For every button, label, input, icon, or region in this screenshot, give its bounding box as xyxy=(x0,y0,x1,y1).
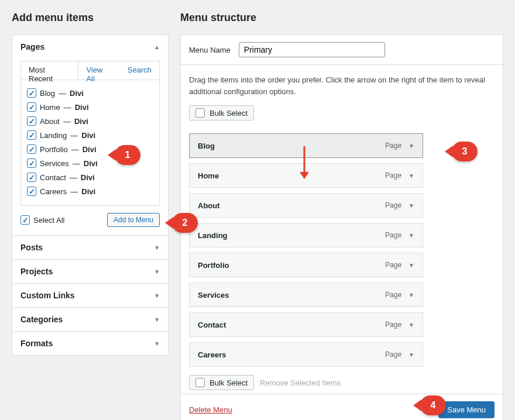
chevron-down-icon[interactable]: ▼ xyxy=(408,352,414,358)
chevron-down-icon: ▼ xyxy=(154,245,160,251)
projects-accordion-header[interactable]: Projects ▼ xyxy=(12,259,168,283)
menu-item[interactable]: PortfolioPage▼ xyxy=(189,253,423,277)
menu-hint-text: Drag the items into the order you prefer… xyxy=(189,74,495,97)
add-to-menu-button[interactable]: Add to Menu xyxy=(107,213,160,227)
page-sep: — xyxy=(59,89,66,98)
categories-accordion-header[interactable]: Categories ▼ xyxy=(12,307,168,331)
menu-name-label: Menu Name xyxy=(189,46,231,54)
menu-item-title: Services xyxy=(198,291,229,299)
menu-structure-box: Menu Name Drag the items into the order … xyxy=(180,35,503,420)
page-sep: — xyxy=(70,173,77,182)
page-sep: — xyxy=(63,117,71,126)
bulk-select-bottom[interactable]: Bulk Select xyxy=(189,375,254,390)
chevron-down-icon[interactable]: ▼ xyxy=(408,143,414,149)
menu-item-title: Blog xyxy=(198,142,215,150)
page-item: Blog — Divi xyxy=(27,86,153,100)
page-theme: Divi xyxy=(75,103,89,112)
page-name: Portfolio xyxy=(40,145,68,154)
tab-search[interactable]: Search xyxy=(120,61,159,80)
chevron-down-icon: ▼ xyxy=(154,316,160,323)
pages-accordion-header[interactable]: Pages ▲ xyxy=(12,35,168,58)
menu-item-title: Portfolio xyxy=(198,261,229,270)
select-all-checkbox[interactable] xyxy=(20,215,30,225)
page-sep: — xyxy=(64,103,71,112)
chevron-down-icon[interactable]: ▼ xyxy=(408,292,414,298)
page-name: Landing xyxy=(40,131,67,140)
page-item: Home — Divi xyxy=(27,100,153,114)
menu-item[interactable]: ServicesPage▼ xyxy=(189,283,423,307)
menu-item[interactable]: LandingPage▼ xyxy=(189,223,423,247)
formats-accordion-header[interactable]: Formats ▼ xyxy=(12,331,168,355)
page-item: Landing — Divi xyxy=(27,128,153,142)
page-checkbox[interactable] xyxy=(27,187,36,196)
page-theme: Divi xyxy=(81,187,95,196)
page-checkbox[interactable] xyxy=(27,173,36,182)
page-sep: — xyxy=(73,159,80,168)
formats-label: Formats xyxy=(20,339,53,348)
bulk-select-top[interactable]: Bulk Select xyxy=(189,105,254,121)
menu-item-type: Page xyxy=(385,291,401,299)
page-name: Careers xyxy=(40,187,67,196)
menu-item-type: Page xyxy=(385,321,401,329)
page-item: Contact — Divi xyxy=(27,170,153,184)
chevron-down-icon[interactable]: ▼ xyxy=(408,322,414,328)
page-checkbox[interactable] xyxy=(27,102,36,112)
page-theme: Divi xyxy=(84,159,98,168)
tab-most-recent[interactable]: Most Recent xyxy=(21,61,78,80)
callout-1: 1 xyxy=(115,145,140,165)
page-name: About xyxy=(40,117,60,126)
page-checkbox[interactable] xyxy=(27,159,36,168)
page-checkbox[interactable] xyxy=(27,88,36,98)
custom-links-accordion-header[interactable]: Custom Links ▼ xyxy=(12,283,168,307)
menu-item-type: Page xyxy=(385,142,401,150)
menu-item[interactable]: HomePage▼ xyxy=(189,163,423,188)
page-theme: Divi xyxy=(83,145,97,154)
pages-tabs: Most Recent View All Search xyxy=(20,61,160,80)
page-item: About — Divi xyxy=(27,114,153,128)
chevron-down-icon[interactable]: ▼ xyxy=(408,202,414,209)
chevron-down-icon[interactable]: ▼ xyxy=(408,173,414,179)
menu-item-type: Page xyxy=(385,201,401,209)
projects-label: Projects xyxy=(20,267,53,276)
menu-item-title: Landing xyxy=(198,231,228,240)
save-menu-button[interactable]: Save Menu xyxy=(438,401,495,418)
menu-item-type: Page xyxy=(385,350,401,359)
menu-item-title: Contact xyxy=(198,321,226,329)
menu-item-title: Home xyxy=(198,171,219,180)
menu-name-input[interactable] xyxy=(239,42,385,57)
page-name: Blog xyxy=(40,89,55,98)
menu-item-title: Careers xyxy=(198,350,226,359)
callout-4: 4 xyxy=(420,395,446,415)
page-name: Services xyxy=(40,159,69,168)
pages-panel: Most Recent View All Search Blog — DiviH… xyxy=(12,61,168,235)
menu-item-type: Page xyxy=(385,261,401,269)
pages-label: Pages xyxy=(20,42,44,51)
menu-item[interactable]: BlogPage▼ xyxy=(189,133,423,158)
bulk-select-label: Bulk Select xyxy=(210,109,248,118)
menu-item[interactable]: CareersPage▼ xyxy=(189,342,423,367)
delete-menu-link[interactable]: Delete Menu xyxy=(189,405,232,414)
page-theme: Divi xyxy=(74,117,88,126)
page-theme: Divi xyxy=(81,131,95,140)
callout-2: 2 xyxy=(172,213,198,233)
posts-label: Posts xyxy=(20,243,43,252)
page-checkbox[interactable] xyxy=(27,144,36,154)
page-item: Careers — Divi xyxy=(27,184,153,198)
bulk-select-checkbox[interactable] xyxy=(195,378,205,387)
tab-view-all[interactable]: View All xyxy=(78,61,119,80)
callout-3: 3 xyxy=(452,142,478,161)
custom-links-label: Custom Links xyxy=(20,291,75,300)
chevron-down-icon[interactable]: ▼ xyxy=(408,262,414,268)
page-checkbox[interactable] xyxy=(27,130,36,140)
select-all-label: Select All xyxy=(33,216,64,225)
menu-sources-accordion: Pages ▲ Most Recent View All Search Blog… xyxy=(12,35,169,356)
chevron-down-icon[interactable]: ▼ xyxy=(408,232,414,239)
chevron-down-icon: ▼ xyxy=(154,340,160,347)
bulk-select-checkbox[interactable] xyxy=(195,108,205,118)
menu-item[interactable]: AboutPage▼ xyxy=(189,193,423,218)
chevron-down-icon: ▼ xyxy=(154,268,160,275)
page-checkbox[interactable] xyxy=(27,116,36,126)
menu-item[interactable]: ContactPage▼ xyxy=(189,312,423,337)
page-sep: — xyxy=(71,145,79,154)
posts-accordion-header[interactable]: Posts ▼ xyxy=(12,235,168,259)
